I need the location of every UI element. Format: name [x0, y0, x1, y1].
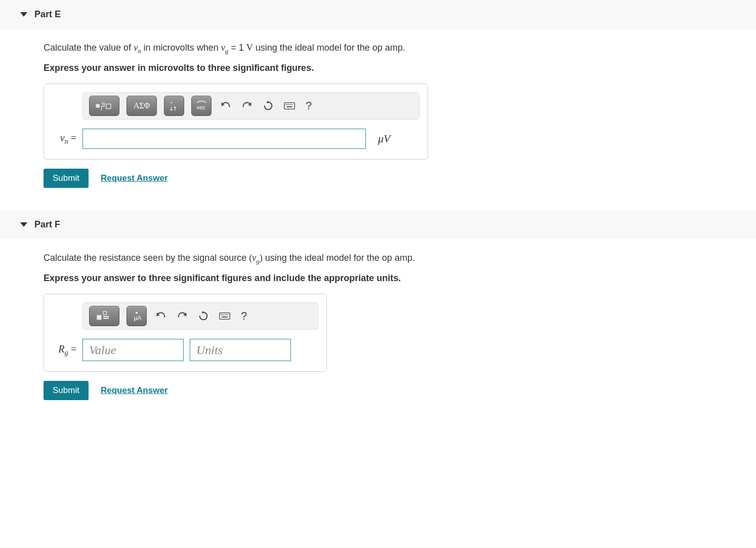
- help-icon[interactable]: ?: [239, 309, 249, 323]
- svg-rect-22: [222, 317, 228, 318]
- text: g: [65, 348, 68, 357]
- svg-rect-10: [287, 106, 292, 107]
- svg-text:*: *: [171, 100, 173, 106]
- submit-button[interactable]: Submit: [44, 169, 89, 188]
- svg-rect-9: [291, 104, 292, 105]
- part-f-body: Calculate the resistance seen by the sig…: [0, 239, 756, 412]
- text: v: [134, 43, 138, 53]
- svg-rect-12: [103, 311, 106, 315]
- part-f-actions: Submit Request Answer: [44, 381, 741, 400]
- svg-rect-5: [284, 103, 295, 109]
- svg-rect-17: [220, 313, 230, 320]
- svg-rect-18: [221, 314, 222, 315]
- text: V: [246, 43, 253, 53]
- reset-icon[interactable]: [196, 309, 211, 323]
- part-e-body: Calculate the value of vn in microvolts …: [0, 29, 756, 200]
- redo-icon[interactable]: [175, 309, 189, 323]
- svg-rect-21: [227, 314, 228, 315]
- svg-rect-0: [96, 104, 100, 107]
- part-f-answer-box: μA ? Rg =: [44, 294, 327, 372]
- text: =: [68, 132, 76, 143]
- chevron-down-icon: [20, 12, 27, 17]
- var-vg-paren: (vg): [249, 253, 262, 263]
- part-f-instruction: Express your answer to three significant…: [44, 273, 741, 284]
- templates-button[interactable]: [89, 306, 119, 326]
- part-e-instruction: Express your answer in microvolts to thr…: [44, 63, 741, 73]
- var-vn: vn: [134, 43, 141, 53]
- text: in microvolts when: [141, 43, 221, 53]
- svg-rect-8: [289, 104, 290, 105]
- svg-text:vec: vec: [197, 104, 206, 110]
- svg-point-15: [136, 312, 138, 314]
- part-f-title: Part F: [34, 219, 60, 230]
- units-input[interactable]: [190, 339, 291, 361]
- svg-rect-7: [287, 104, 288, 105]
- greek-button[interactable]: ΑΣΦ: [127, 96, 157, 116]
- part-e-section: Part E Calculate the value of vn in micr…: [0, 0, 756, 200]
- answer-unit: μV: [378, 132, 390, 145]
- part-e-answer-row: vn = μV: [52, 129, 419, 149]
- request-answer-link[interactable]: Request Answer: [101, 173, 168, 183]
- svg-rect-13: [103, 316, 109, 317]
- undo-icon[interactable]: [154, 309, 168, 323]
- answer-var-label: vn =: [52, 132, 76, 146]
- templates-button[interactable]: x: [89, 96, 119, 116]
- part-e-answer-box: x ΑΣΦ * vec: [44, 84, 428, 160]
- text: =: [68, 343, 76, 355]
- chevron-down-icon: [20, 222, 27, 227]
- help-icon[interactable]: ?: [304, 99, 314, 112]
- vec-button[interactable]: vec: [191, 96, 212, 116]
- submit-button[interactable]: Submit: [44, 381, 89, 400]
- text: = 1: [228, 43, 246, 53]
- svg-rect-2: [106, 104, 111, 108]
- text: R: [58, 343, 64, 355]
- part-e-title: Part E: [34, 9, 61, 20]
- part-f-toolbar: μA ?: [82, 302, 318, 330]
- text: Calculate the value of: [44, 43, 134, 53]
- part-e-prompt: Calculate the value of vn in microvolts …: [44, 41, 741, 56]
- redo-icon[interactable]: [240, 99, 254, 113]
- text: Calculate the resistance seen by the sig…: [44, 253, 249, 263]
- text: using the ideal model for the op amp.: [263, 253, 415, 263]
- request-answer-link[interactable]: Request Answer: [101, 385, 168, 396]
- svg-text:x: x: [102, 101, 104, 106]
- svg-rect-19: [223, 314, 224, 315]
- text: v: [60, 132, 65, 143]
- text: ΑΣΦ: [134, 101, 150, 110]
- part-f-section: Part F Calculate the resistance seen by …: [0, 210, 756, 412]
- svg-rect-20: [225, 314, 226, 315]
- part-e-toolbar: x ΑΣΦ * vec: [82, 92, 419, 120]
- part-f-header[interactable]: Part F: [0, 210, 756, 239]
- units-button[interactable]: μA: [127, 306, 147, 326]
- reset-icon[interactable]: [261, 99, 275, 113]
- value-input[interactable]: [82, 339, 184, 361]
- answer-var-label: Rg =: [52, 343, 76, 357]
- keyboard-icon[interactable]: [282, 99, 297, 113]
- svg-rect-6: [286, 104, 287, 105]
- var-vg: vg: [221, 43, 228, 53]
- svg-rect-14: [103, 318, 109, 319]
- text: using the ideal model for the op amp.: [253, 43, 405, 53]
- text: n: [65, 137, 68, 145]
- part-f-answer-row: Rg =: [52, 339, 318, 361]
- part-e-actions: Submit Request Answer: [44, 169, 741, 188]
- part-e-header[interactable]: Part E: [0, 0, 756, 29]
- part-f-prompt: Calculate the resistance seen by the sig…: [44, 251, 741, 266]
- svg-text:μA: μA: [134, 315, 142, 322]
- answer-input[interactable]: [82, 129, 366, 149]
- text: v: [221, 43, 225, 53]
- svg-rect-11: [97, 315, 101, 320]
- keyboard-icon[interactable]: [218, 309, 232, 323]
- scripts-button[interactable]: *: [164, 96, 184, 116]
- undo-icon[interactable]: [219, 99, 233, 113]
